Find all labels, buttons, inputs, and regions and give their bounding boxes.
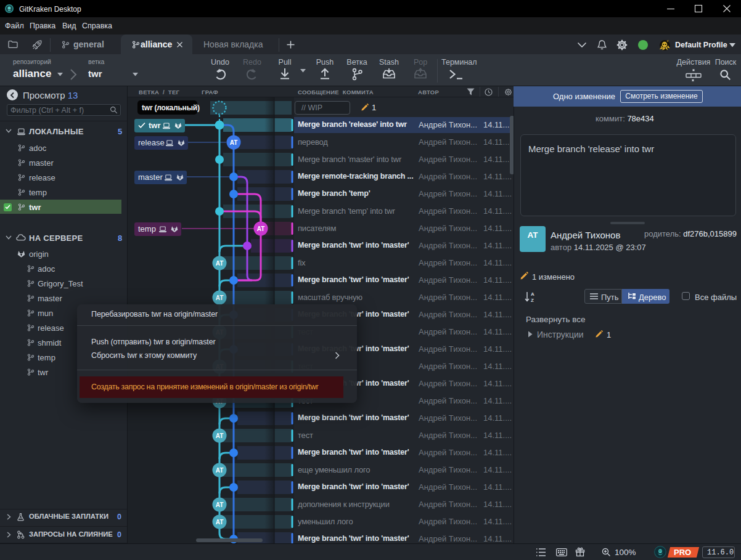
svg-text:AT: AT [230,139,238,146]
svg-text:AT: AT [257,225,265,232]
svg-text:AT: AT [216,260,224,267]
svg-text:AT: AT [216,519,224,526]
svg-text:Z: Z [531,298,534,302]
svg-text:AT: AT [216,432,224,439]
svg-text:AT: AT [216,501,224,508]
svg-text:AT: AT [216,294,224,301]
svg-text:A: A [531,291,534,297]
svg-text:AT: AT [216,467,224,474]
